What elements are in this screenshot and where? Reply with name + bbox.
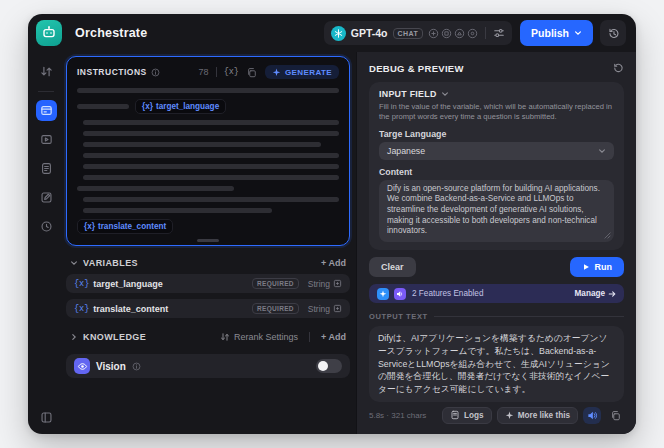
chevron-down-icon <box>441 90 449 98</box>
add-variable-button[interactable]: + Add <box>321 258 346 268</box>
var-ref-icon: {x} <box>84 222 95 231</box>
output-text-header: OUTPUT TEXT <box>369 312 624 321</box>
target-language-select[interactable]: Japanese <box>379 142 614 160</box>
model-capability-icon <box>428 28 439 39</box>
input-field-header[interactable]: INPUT FIELD <box>379 89 614 99</box>
resize-handle-icon[interactable] <box>604 232 611 239</box>
rail-item-annotations[interactable] <box>35 186 57 208</box>
version-history-button[interactable] <box>600 20 626 46</box>
skeleton-text-line <box>83 153 339 158</box>
vision-feature-badge <box>74 358 90 374</box>
logs-label: Logs <box>464 411 484 420</box>
model-capability-icons <box>428 28 478 39</box>
skeleton-text-line <box>83 197 339 202</box>
sparkle-icon <box>505 411 514 420</box>
divider <box>309 332 310 342</box>
toggle-knob <box>318 361 328 371</box>
skeleton-text-row: {x} translate_content <box>77 219 339 234</box>
rerank-label: Rerank Settings <box>234 332 298 342</box>
sparkle-icon <box>379 290 387 298</box>
manage-features-button[interactable]: Manage <box>575 289 616 298</box>
refresh-icon <box>612 62 624 74</box>
variable-tag-target-language[interactable]: {x} target_language <box>135 99 226 114</box>
preview-icon <box>40 133 53 146</box>
rail-item-preview[interactable] <box>35 128 57 150</box>
rerank-icon <box>220 332 230 342</box>
variables-header[interactable]: VARIABLES + Add <box>66 258 350 268</box>
orchestrate-column: INSTRUCTIONS 78 {x} GENERATE <box>64 52 356 434</box>
insert-variable-icon[interactable]: {x} <box>224 67 239 77</box>
skeleton-text-line <box>83 120 339 125</box>
info-icon <box>132 362 141 371</box>
copy-icon[interactable] <box>246 67 257 78</box>
more-like-this-button[interactable]: More like this <box>497 407 578 424</box>
rail-divider <box>38 91 54 92</box>
variable-row-target-language[interactable]: {x} target_language REQUIRED String <box>66 274 350 293</box>
content-textarea[interactable]: Dify is an open-source platform for buil… <box>379 180 614 242</box>
variable-type-label: String <box>308 304 330 314</box>
top-bar: Orchestrate GPT-4o CHAT Publish <box>28 14 636 52</box>
chevron-right-icon <box>70 333 78 341</box>
page-title: Orchestrate <box>75 26 147 40</box>
variables-title: VARIABLES <box>83 258 138 268</box>
left-rail <box>28 52 64 434</box>
debug-header: DEBUG & PREVIEW <box>369 62 624 74</box>
logs-button[interactable]: Logs <box>442 407 492 424</box>
variable-type: String <box>308 304 342 314</box>
prompt-text: {x} target_language {x} <box>77 88 339 234</box>
instructions-panel[interactable]: INSTRUCTIONS 78 {x} GENERATE <box>66 56 350 246</box>
output-text: Difyは、AIアプリケーションを構築するためのオープンソースプラットフォームで… <box>378 333 610 394</box>
rail-item-orchestrate[interactable] <box>36 100 57 121</box>
resize-drag-handle[interactable] <box>197 239 219 242</box>
required-badge: REQUIRED <box>252 303 299 314</box>
chevron-down-icon <box>598 147 606 155</box>
vision-toggle[interactable] <box>316 359 342 373</box>
string-type-icon <box>333 279 342 288</box>
model-settings-icon[interactable] <box>493 27 505 39</box>
copy-icon <box>610 410 621 421</box>
app-logo[interactable] <box>36 20 62 46</box>
rerank-settings-button[interactable]: Rerank Settings <box>220 332 298 342</box>
feature-speech-badge <box>394 288 406 300</box>
copy-output-button[interactable] <box>606 407 624 424</box>
debug-title: DEBUG & PREVIEW <box>369 63 464 74</box>
run-label: Run <box>595 262 613 272</box>
variable-tag-translate-content[interactable]: {x} translate_content <box>77 219 173 234</box>
model-mode-badge: CHAT <box>393 28 424 39</box>
skeleton-text-line <box>83 175 339 180</box>
more-like-this-label: More like this <box>518 411 570 420</box>
logs-icon <box>450 410 460 420</box>
var-ref-icon: {x} <box>74 304 89 314</box>
model-capability-icon <box>467 28 478 39</box>
char-count: 78 <box>199 67 209 77</box>
variable-type: String <box>308 279 342 289</box>
instructions-title: INSTRUCTIONS <box>77 67 147 77</box>
chevron-down-icon <box>70 259 78 267</box>
text-to-speech-button[interactable] <box>583 407 601 424</box>
publish-button[interactable]: Publish <box>520 20 593 46</box>
input-field-title: INPUT FIELD <box>379 89 437 99</box>
model-capability-icon <box>454 28 465 39</box>
clear-button[interactable]: Clear <box>369 257 416 277</box>
knowledge-header[interactable]: KNOWLEDGE Rerank Settings + Add <box>66 332 350 342</box>
model-selector[interactable]: GPT-4o CHAT <box>324 21 512 45</box>
features-enabled-banner: 2 Features Enabled Manage <box>369 284 624 303</box>
add-knowledge-button[interactable]: + Add <box>321 332 346 342</box>
collapse-sidebar-button[interactable] <box>28 411 64 424</box>
annotation-icon <box>40 191 53 204</box>
rail-item-monitoring[interactable] <box>35 215 57 237</box>
run-button[interactable]: Run <box>570 257 625 277</box>
history-icon <box>607 27 620 40</box>
variable-row-translate-content[interactable]: {x} translate_content REQUIRED String <box>66 299 350 318</box>
vision-feature-row: Vision <box>66 354 350 378</box>
generate-button[interactable]: GENERATE <box>265 65 339 79</box>
output-footer: 5.8s · 321 chars Logs More like this <box>369 407 624 424</box>
collapse-icon <box>40 411 53 424</box>
input-field-card: INPUT FIELD Fill in the value of the var… <box>369 82 624 250</box>
input-field-description: Fill in the value of the variable, which… <box>379 102 614 122</box>
screen: Orchestrate GPT-4o CHAT Publish <box>0 0 664 448</box>
rail-item-logs[interactable] <box>35 157 57 179</box>
divider <box>216 67 217 77</box>
switch-app-icon[interactable] <box>35 60 57 82</box>
refresh-button[interactable] <box>612 62 624 74</box>
